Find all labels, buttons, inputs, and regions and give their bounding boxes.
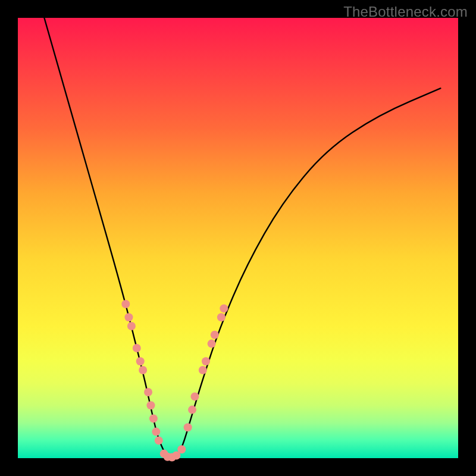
data-marker — [184, 423, 192, 431]
data-marker — [208, 340, 216, 348]
data-marker — [220, 304, 228, 312]
data-marker — [121, 300, 130, 308]
chart-svg — [18, 18, 458, 458]
data-marker — [188, 406, 196, 414]
data-markers-group — [121, 300, 228, 462]
data-marker — [136, 357, 145, 365]
data-marker — [155, 436, 163, 444]
bottleneck-curve — [44, 18, 440, 458]
plot-area — [18, 18, 458, 458]
data-marker — [211, 331, 219, 339]
data-marker — [139, 366, 147, 374]
data-marker — [177, 445, 186, 453]
data-marker — [144, 388, 152, 396]
data-marker — [127, 322, 136, 330]
data-marker — [152, 428, 160, 436]
data-marker — [190, 392, 199, 400]
chart-frame: TheBottleneck.com — [0, 0, 476, 476]
data-marker — [133, 344, 141, 352]
data-marker — [146, 401, 155, 409]
data-marker — [124, 313, 133, 321]
data-marker — [202, 357, 210, 365]
data-marker — [199, 366, 207, 374]
data-marker — [217, 313, 226, 321]
data-marker — [149, 414, 158, 422]
